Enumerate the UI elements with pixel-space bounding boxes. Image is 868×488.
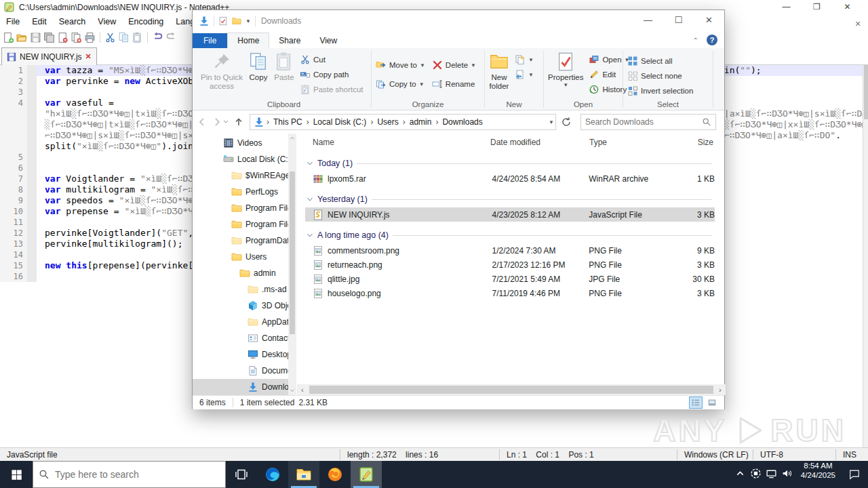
qat-dropdown-icon[interactable]: ▼	[245, 18, 251, 24]
taskbar-edge-button[interactable]	[257, 461, 288, 488]
tab-file[interactable]: File	[193, 33, 227, 48]
taskbar-search-input[interactable]	[55, 469, 220, 480]
taskbar-taskview-button[interactable]	[226, 461, 257, 488]
tab-view[interactable]: View	[310, 33, 347, 48]
open-folder-icon[interactable]	[16, 32, 28, 43]
sidebar-item-perflogs[interactable]: PerfLogs	[193, 184, 288, 200]
sidebar-item-local-disk-c-[interactable]: Local Disk (C:)	[193, 151, 288, 167]
close-doc-icon[interactable]	[57, 32, 68, 43]
crumb-admin[interactable]: admin	[406, 117, 436, 127]
cut-button[interactable]: Cut	[297, 52, 366, 67]
refresh-icon[interactable]	[560, 116, 572, 128]
newitem-button[interactable]: ▼	[512, 52, 536, 67]
explorer-close-icon[interactable]: ✕	[694, 10, 724, 30]
sidebar-item-videos[interactable]: Videos	[193, 135, 288, 151]
taskbar-npp-button[interactable]	[351, 461, 382, 488]
new-doc-icon[interactable]	[3, 32, 14, 43]
explorer-maximize-icon[interactable]: ☐	[663, 10, 694, 30]
sidebar-item-contacts[interactable]: Contacts	[193, 330, 288, 346]
menu-encoding[interactable]: Encoding	[122, 16, 170, 28]
cut-icon[interactable]	[104, 32, 116, 43]
file-row-qlittle-jpg[interactable]: qlittle.jpg7/21/2021 5:49 AMJPG File30 K…	[305, 272, 715, 286]
move-to-button[interactable]: Move to▼	[373, 58, 428, 73]
column-name[interactable]: Name	[313, 138, 334, 147]
save-all-icon[interactable]	[43, 32, 55, 43]
scroll-left-icon[interactable]: ‹	[297, 384, 308, 395]
sidebar-item--winreagent[interactable]: $WinREAgent	[193, 167, 288, 184]
npp-minimize-icon[interactable]: —	[771, 0, 802, 14]
breadcrumb[interactable]: ›This PC›Local Disk (C:)›Users›admin›Dow…	[250, 114, 556, 130]
back-icon[interactable]	[197, 117, 208, 127]
paste-button[interactable]: Paste	[271, 49, 297, 84]
forward-icon[interactable]	[212, 117, 222, 127]
file-row-lpxom5-rar[interactable]: lpxom5.rar4/24/2025 8:54 AMWinRAR archiv…	[305, 171, 715, 186]
menu-file[interactable]: File	[0, 16, 26, 28]
taskbar-firefox-button[interactable]	[319, 461, 351, 488]
file-row-houselogo-png[interactable]: houselogo.png7/11/2019 4:46 PMPNG File3 …	[305, 286, 715, 300]
scroll-up-icon[interactable]	[288, 134, 296, 143]
redo-icon[interactable]	[165, 32, 177, 43]
tab-new-inquiry-js[interactable]: NEW INQUIRY.js ✕	[1, 47, 97, 65]
paste-icon[interactable]	[132, 32, 143, 43]
search-icon[interactable]	[702, 117, 711, 127]
start-button[interactable]	[0, 461, 33, 488]
sidebar-item-desktop[interactable]: Desktop	[193, 346, 288, 363]
sidebar-item-users[interactable]: Users	[193, 249, 288, 265]
undo-icon[interactable]	[152, 32, 163, 43]
copy-to-button[interactable]: Copy to▼	[373, 77, 428, 92]
sidebar-item-appdata[interactable]: AppData	[193, 314, 288, 330]
sidebar-scrollbar[interactable]	[288, 134, 296, 395]
group-header[interactable]: A long time ago (4)	[297, 227, 726, 243]
up-icon[interactable]	[233, 117, 244, 127]
group-header[interactable]: Today (1)	[297, 155, 726, 171]
tray-chevronup-button[interactable]	[734, 468, 746, 481]
print-icon[interactable]	[84, 32, 96, 43]
scroll-right-icon[interactable]: ›	[715, 384, 726, 395]
details-view-button[interactable]	[689, 396, 703, 409]
menu-search[interactable]: Search	[53, 16, 92, 28]
taskbar-clock[interactable]: 8:54 AM 4/24/2025	[795, 461, 841, 488]
sidebar-item-program-files[interactable]: Program Files	[193, 200, 288, 216]
pin-to-quick-access-button[interactable]: Pin to Quickaccess	[198, 49, 245, 93]
action-center-button[interactable]	[841, 461, 868, 488]
crumb-users[interactable]: Users	[373, 117, 402, 127]
explorer-minimize-icon[interactable]: —	[633, 10, 663, 30]
file-row-returneach-png[interactable]: returneach.png2/17/2023 12:16 PMPNG File…	[305, 258, 715, 272]
thumbnail-view-button[interactable]	[705, 396, 719, 409]
column-type[interactable]: Type	[589, 138, 607, 147]
npp-doc-close-icon[interactable]: ✕	[853, 19, 863, 28]
column-size[interactable]: Size	[674, 138, 713, 147]
crumb-this-pc[interactable]: This PC	[269, 117, 307, 127]
explorer-search-input[interactable]	[585, 117, 702, 127]
properties-button[interactable]: Properties▼	[545, 49, 586, 90]
crumb-downloads[interactable]: Downloads	[438, 117, 486, 127]
close-tab-icon[interactable]: ✕	[85, 52, 92, 61]
save-icon[interactable]	[30, 32, 41, 43]
tray-network-button[interactable]	[766, 468, 777, 481]
rename-button[interactable]: Rename	[429, 77, 479, 92]
sidebar-item-documents[interactable]: Documents	[193, 363, 288, 379]
easyaccess-button[interactable]: ▼	[512, 67, 536, 82]
explorer-titlebar[interactable]: ▼ Downloads — ☐ ✕	[193, 10, 724, 32]
group-header[interactable]: Yesterday (1)	[297, 191, 726, 207]
sidebar-item-3d-objects[interactable]: 3D Objects	[193, 298, 288, 314]
menu-view[interactable]: View	[92, 16, 122, 28]
tray-vmtray-button[interactable]	[750, 468, 762, 481]
horizontal-scrollbar[interactable]: ‹ ›	[297, 384, 726, 395]
file-row-new-inquiry-js[interactable]: NEW INQUIRY.js4/23/2025 8:12 AMJavaScrip…	[305, 207, 715, 222]
editor-vscrollbar[interactable]	[863, 65, 868, 447]
recent-locations-icon[interactable]	[222, 119, 229, 125]
close-all-icon[interactable]	[71, 32, 82, 43]
new-folder-button[interactable]: Newfolder	[486, 49, 512, 93]
help-icon[interactable]: ?	[707, 35, 717, 45]
explorer-search[interactable]	[580, 114, 716, 130]
paste-shortcut-button[interactable]: Paste shortcut	[297, 82, 366, 97]
file-row-commentsroom-png[interactable]: commentsroom.png1/2/2024 7:30 AMPNG File…	[305, 243, 715, 258]
tab-home[interactable]: Home	[227, 33, 269, 48]
sidebar-item-downloads[interactable]: Downloads	[193, 379, 288, 395]
menu-edit[interactable]: Edit	[26, 16, 53, 28]
copy-path-button[interactable]: Copy path	[297, 67, 366, 82]
select-none-button[interactable]: Select none	[625, 68, 696, 83]
properties-qat-icon[interactable]	[218, 16, 228, 26]
delete-button[interactable]: Delete▼	[429, 58, 479, 73]
